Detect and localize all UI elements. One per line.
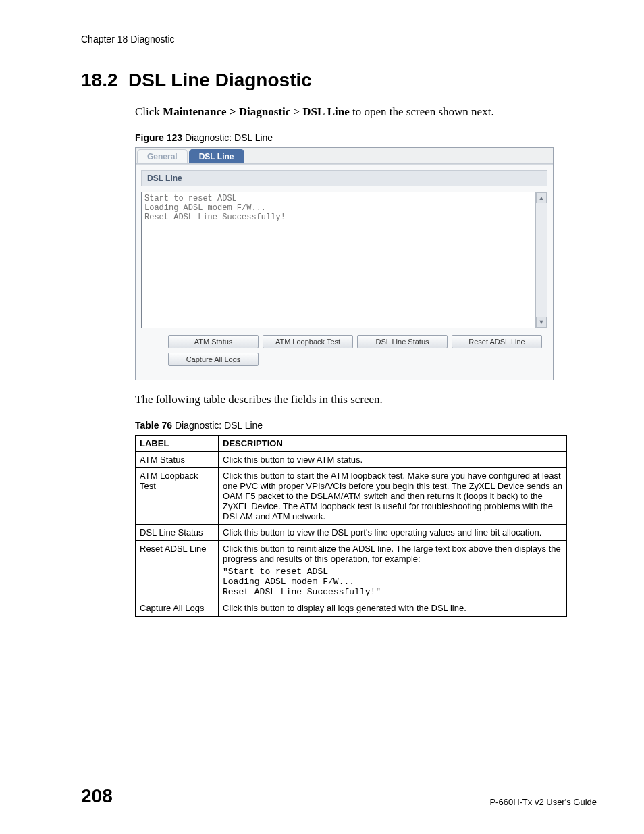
intro-pre: Click <box>135 105 163 118</box>
figure-label: Figure 123 <box>135 132 182 143</box>
figure-screenshot: General DSL Line DSL Line Start to reset… <box>135 147 554 380</box>
tab-general[interactable]: General <box>137 149 188 163</box>
table-row: ATM Status Click this button to view ATM… <box>136 451 567 467</box>
table-row: Reset ADSL Line Click this button to rei… <box>136 540 567 600</box>
header-rule <box>81 49 597 49</box>
intro-mid: > <box>290 105 302 118</box>
dsl-line-status-button[interactable]: DSL Line Status <box>357 335 448 348</box>
figure-caption: Figure 123 Diagnostic: DSL Line <box>135 132 597 143</box>
cell-desc: Click this button to view the DSL port's… <box>219 524 567 540</box>
atm-status-button[interactable]: ATM Status <box>168 335 259 348</box>
panel-title: DSL Line <box>141 170 547 186</box>
button-row-1: ATM Status ATM Loopback Test DSL Line St… <box>168 335 547 348</box>
button-row-2: Capture All Logs <box>168 353 547 366</box>
cell-desc: Click this button to reinitialize the AD… <box>219 540 567 600</box>
cell-label: Capture All Logs <box>136 600 219 616</box>
section-heading: 18.2 DSL Line Diagnostic <box>81 70 597 91</box>
th-description: DESCRIPTION <box>219 435 567 451</box>
cell-desc-mono: "Start to reset ADSL Loading ADSL modem … <box>223 567 562 597</box>
tab-dsl-line[interactable]: DSL Line <box>189 149 244 163</box>
chapter-header: Chapter 18 Diagnostic <box>81 34 597 45</box>
scroll-up-icon[interactable]: ▲ <box>536 192 547 203</box>
intro-bold2: DSL Line <box>302 105 349 118</box>
footer-rule <box>81 781 597 781</box>
scroll-down-icon[interactable]: ▼ <box>536 317 547 328</box>
th-label: LABEL <box>136 435 219 451</box>
cell-desc: Click this button to start the ATM loopb… <box>219 467 567 524</box>
table-caption-text: Diagnostic: DSL Line <box>172 420 263 431</box>
page-number: 208 <box>81 785 113 807</box>
log-textarea[interactable]: Start to reset ADSL Loading ADSL modem F… <box>141 192 547 328</box>
table-row: Capture All Logs Click this button to di… <box>136 600 567 616</box>
capture-logs-button[interactable]: Capture All Logs <box>168 353 259 366</box>
table-header-row: LABEL DESCRIPTION <box>136 435 567 451</box>
log-content: Start to reset ADSL Loading ADSL modem F… <box>142 192 535 328</box>
cell-label: Reset ADSL Line <box>136 540 219 600</box>
table-row: ATM Loopback Test Click this button to s… <box>136 467 567 524</box>
cell-desc: Click this button to display all logs ge… <box>219 600 567 616</box>
section-title: DSL Line Diagnostic <box>128 70 312 90</box>
cell-label: ATM Status <box>136 451 219 467</box>
section-number: 18.2 <box>81 70 118 90</box>
scrollbar[interactable]: ▲ ▼ <box>535 192 547 328</box>
reset-adsl-button[interactable]: Reset ADSL Line <box>452 335 542 348</box>
table-caption: Table 76 Diagnostic: DSL Line <box>135 420 597 431</box>
table-label: Table 76 <box>135 420 172 431</box>
page-footer: 208 P-660H-Tx v2 User's Guide <box>47 781 597 807</box>
guide-name: P-660H-Tx v2 User's Guide <box>489 797 597 807</box>
page: Chapter 18 Diagnostic 18.2 DSL Line Diag… <box>0 0 644 834</box>
scroll-track[interactable] <box>536 203 547 317</box>
table-row: DSL Line Status Click this button to vie… <box>136 524 567 540</box>
intro-post: to open the screen shown next. <box>350 105 494 118</box>
figure-caption-text: Diagnostic: DSL Line <box>182 132 273 143</box>
intro-paragraph: Click Maintenance > Diagnostic > DSL Lin… <box>135 105 597 120</box>
intro-bold1: Maintenance > Diagnostic <box>163 105 290 118</box>
after-figure-text: The following table describes the fields… <box>135 392 597 408</box>
cell-label: ATM Loopback Test <box>136 467 219 524</box>
cell-desc-text: Click this button to reinitialize the AD… <box>223 544 561 564</box>
cell-desc: Click this button to view ATM status. <box>219 451 567 467</box>
tab-strip: General DSL Line <box>136 148 553 164</box>
description-table: LABEL DESCRIPTION ATM Status Click this … <box>135 435 567 617</box>
atm-loopback-button[interactable]: ATM Loopback Test <box>263 335 353 348</box>
cell-label: DSL Line Status <box>136 524 219 540</box>
dsl-panel: DSL Line Start to reset ADSL Loading ADS… <box>136 164 553 380</box>
